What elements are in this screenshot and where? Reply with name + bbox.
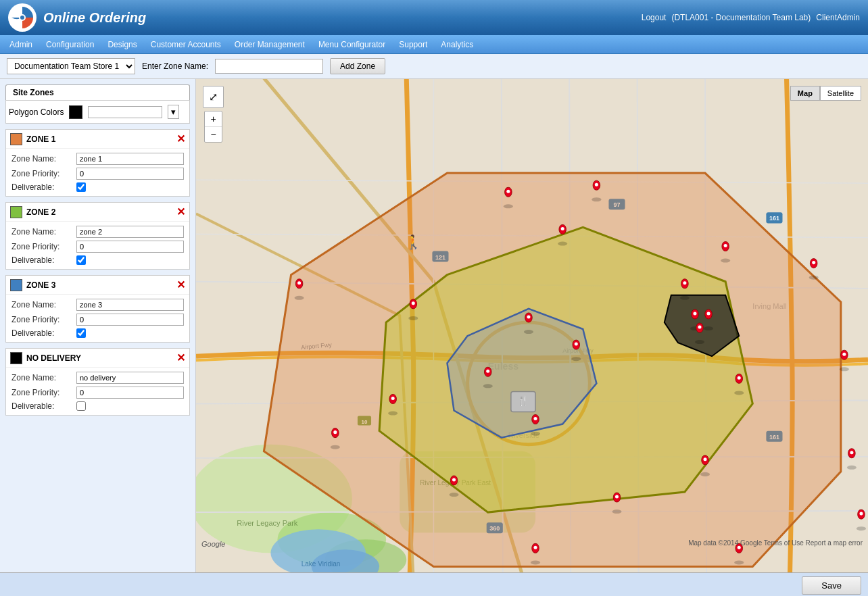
header: Online Ordering Logout (DTLA001 - Docume…: [0, 0, 868, 35]
zone-title-zone4: NO DELIVERY: [26, 353, 172, 363]
zone-deliverable-label-zone2: Deliverable:: [11, 255, 72, 265]
zone-name-input-zone2[interactable]: [76, 226, 184, 238]
zone-title-zone1: ZONE 1: [26, 134, 172, 144]
zone-header-zone3: ZONE 3 ✕: [6, 276, 189, 295]
site-zones-tab[interactable]: Site Zones: [5, 84, 190, 100]
map-type-satellite-button[interactable]: Satellite: [820, 86, 861, 101]
svg-text:121: 121: [435, 254, 445, 261]
sidebar: Site Zones Polygon Colors #000000 ▾ ZONE…: [0, 79, 196, 572]
polygon-colors-label: Polygon Colors: [9, 107, 64, 117]
zoom-out-button[interactable]: −: [205, 127, 221, 142]
zone-name-label-zone2: Zone Name:: [11, 227, 72, 237]
nav-item-menu-configurator[interactable]: Menu Configurator: [312, 35, 392, 53]
svg-text:97: 97: [613, 201, 620, 208]
zone-color-zone1: [10, 133, 22, 145]
map-footer: Map data ©2014 Google Terms of Use Repor…: [196, 538, 868, 548]
zone-name-label: Enter Zone Name:: [142, 61, 208, 71]
zone-title-zone3: ZONE 3: [26, 280, 172, 290]
svg-text:Irving Mall: Irving Mall: [752, 302, 786, 310]
zone-card-zone3: ZONE 3 ✕ Zone Name: Zone Priority: Deliv…: [5, 275, 190, 343]
zone-body-zone2: Zone Name: Zone Priority: Deliverable:: [6, 222, 189, 269]
polygon-colors-row: Polygon Colors #000000 ▾: [5, 100, 190, 124]
map-background: 121 97 161 161 360 10 Airport Fwy Airpor…: [196, 79, 868, 572]
zone-deliverable-label-zone4: Deliverable:: [11, 401, 72, 411]
svg-text:Riverside: Riverside: [508, 431, 539, 439]
zone-priority-label-zone1: Zone Priority:: [11, 169, 72, 178]
nav-item-analytics[interactable]: Analytics: [434, 35, 480, 53]
header-right: Logout (DTLA001 - Documentation Team Lab…: [642, 13, 860, 22]
svg-text:360: 360: [489, 525, 500, 532]
map-controls: ⤢ + −: [203, 86, 224, 143]
navigation: AdminConfigurationDesignsCustomer Accoun…: [0, 35, 868, 54]
map-type-controls: Map Satellite: [790, 86, 861, 101]
zone-name-input-zone3[interactable]: [76, 299, 184, 311]
nav-item-support[interactable]: Support: [392, 35, 434, 53]
zone-delete-zone1[interactable]: ✕: [176, 132, 185, 145]
expand-button[interactable]: ⤢: [203, 86, 224, 108]
nav-item-designs[interactable]: Designs: [101, 35, 143, 53]
zoom-controls: + −: [204, 111, 222, 143]
zone-color-zone4: [10, 352, 22, 364]
zone-priority-input-zone2[interactable]: [76, 241, 184, 253]
app-title: Online Ordering: [43, 10, 146, 26]
zone-card-zone1: ZONE 1 ✕ Zone Name: Zone Priority: Deliv…: [5, 129, 190, 197]
zone-priority-input-zone1[interactable]: [76, 168, 184, 180]
zoom-in-button[interactable]: +: [205, 111, 221, 126]
nav-item-configuration[interactable]: Configuration: [39, 35, 101, 53]
svg-text:River Legacy Park: River Legacy Park: [237, 519, 298, 527]
zone-priority-input-zone4[interactable]: [76, 387, 184, 399]
zone-name-input-zone1[interactable]: [76, 153, 184, 165]
zone-deliverable-label-zone3: Deliverable:: [11, 328, 72, 338]
zone-name-label-zone4: Zone Name:: [11, 373, 72, 382]
add-zone-button[interactable]: Add Zone: [330, 58, 385, 74]
svg-text:Lake Viridian: Lake Viridian: [302, 560, 341, 568]
user-link[interactable]: ClientAdmin: [816, 13, 860, 22]
nav-item-customer-accounts[interactable]: Customer Accounts: [144, 35, 228, 53]
svg-text:River Legacy Park East: River Legacy Park East: [420, 479, 491, 487]
zone-name-input[interactable]: [215, 59, 323, 74]
zone-deliverable-checkbox-zone4[interactable]: [76, 401, 86, 411]
zone-header-zone4: NO DELIVERY ✕: [6, 349, 189, 368]
zone-deliverable-checkbox-zone1[interactable]: [76, 182, 86, 192]
zone-body-zone4: Zone Name: Zone Priority: Deliverable:: [6, 368, 189, 415]
polygon-color-dropdown[interactable]: ▾: [168, 105, 179, 119]
zone-priority-label-zone3: Zone Priority:: [11, 315, 72, 324]
map-type-map-button[interactable]: Map: [790, 86, 820, 101]
zone-color-zone2: [10, 206, 22, 218]
svg-text:161: 161: [769, 434, 779, 441]
svg-text:161: 161: [769, 215, 779, 222]
polygon-color-swatch: [69, 105, 82, 119]
polygon-color-input[interactable]: #000000: [88, 106, 162, 118]
zone-priority-input-zone3[interactable]: [76, 314, 184, 326]
zone-header-zone2: ZONE 2 ✕: [6, 203, 189, 222]
zone-name-label-zone3: Zone Name:: [11, 300, 72, 309]
zone-delete-zone2[interactable]: ✕: [176, 205, 185, 218]
zone-deliverable-checkbox-zone2[interactable]: [76, 255, 86, 265]
zone-name-input-zone4[interactable]: [76, 372, 184, 384]
zone-body-zone1: Zone Name: Zone Priority: Deliverable:: [6, 149, 189, 196]
zone-title-zone2: ZONE 2: [26, 207, 172, 217]
logout-link[interactable]: Logout: [642, 13, 667, 22]
nav-item-order-management[interactable]: Order Management: [228, 35, 312, 53]
tenant-info: (DTLA001 - Documentation Team Lab): [671, 13, 811, 22]
zone-deliverable-label-zone1: Deliverable:: [11, 182, 72, 192]
main-content: Site Zones Polygon Colors #000000 ▾ ZONE…: [0, 79, 868, 572]
zone-priority-label-zone4: Zone Priority:: [11, 388, 72, 397]
map-container[interactable]: 121 97 161 161 360 10 Airport Fwy Airpor…: [196, 79, 868, 572]
nav-item-admin[interactable]: Admin: [3, 35, 39, 53]
svg-text:Euless: Euless: [488, 361, 519, 372]
svg-point-2: [20, 16, 24, 20]
save-button[interactable]: Save: [802, 576, 861, 595]
zone-deliverable-checkbox-zone3[interactable]: [76, 328, 86, 338]
toolbar: Documentation Team Store 1 Enter Zone Na…: [0, 54, 868, 79]
zone-header-zone1: ZONE 1 ✕: [6, 130, 189, 149]
zone-name-label-zone1: Zone Name:: [11, 154, 72, 164]
zone-card-zone2: ZONE 2 ✕ Zone Name: Zone Priority: Deliv…: [5, 202, 190, 270]
zone-color-zone3: [10, 279, 22, 291]
svg-text:10: 10: [362, 419, 368, 425]
zone-delete-zone4[interactable]: ✕: [176, 351, 185, 364]
zone-cards-container: ZONE 1 ✕ Zone Name: Zone Priority: Deliv…: [5, 129, 190, 421]
zone-card-zone4: NO DELIVERY ✕ Zone Name: Zone Priority: …: [5, 348, 190, 416]
store-select[interactable]: Documentation Team Store 1: [7, 58, 135, 74]
zone-delete-zone3[interactable]: ✕: [176, 278, 185, 291]
